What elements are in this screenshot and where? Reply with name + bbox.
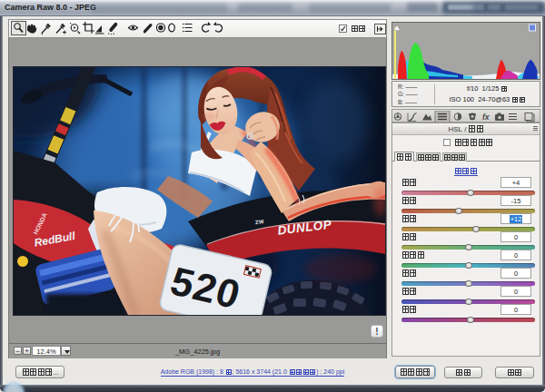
svg-text:fx: fx [482,113,490,122]
svg-text:ZW: ZW [255,219,264,225]
